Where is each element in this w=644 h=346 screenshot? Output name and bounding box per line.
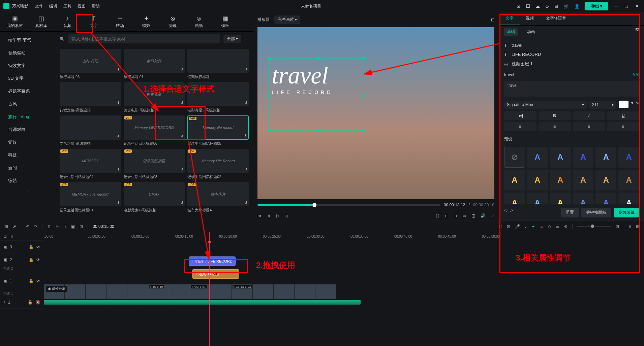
subtab-basic[interactable]: 基础: [504, 28, 518, 36]
track-header[interactable]: ▣3 🔒👁: [0, 241, 44, 253]
eye-icon[interactable]: 👁: [36, 257, 40, 262]
properties-tab[interactable]: 文字: [499, 12, 520, 25]
timeline-canvas[interactable]: :00:0000:00:05:0000:00:10:0000:00:15:000…: [44, 232, 644, 346]
apps-icon[interactable]: ⊞: [554, 4, 558, 9]
zoom-fit-icon[interactable]: ⊡: [616, 224, 619, 229]
timeline-audio-clip[interactable]: ♪ 港风 04 VIP: [192, 269, 239, 279]
asset-item[interactable]: VIP城市大片⬇城市大片标题4: [187, 182, 249, 213]
category-item[interactable]: 科技: [0, 149, 56, 162]
undo-icon[interactable]: ↶: [26, 224, 29, 229]
category-item[interactable]: 音频驱动: [0, 46, 56, 59]
asset-item[interactable]: VIPMemory life record⬇记录生活回忆标题05: [187, 115, 249, 146]
menu-edit[interactable]: 编辑: [49, 3, 57, 9]
step-back-icon[interactable]: ⏴: [267, 213, 271, 218]
text-preset[interactable]: ⊘: [504, 147, 525, 168]
layer-item[interactable]: ◎视频图层 1: [504, 59, 639, 69]
category-item[interactable]: 标题字幕条: [0, 85, 56, 98]
next-icon[interactable]: ▷: [510, 208, 513, 217]
asset-item[interactable]: VIPUMAX⬇电影元素7-高级旅拍: [124, 182, 185, 213]
bold-button[interactable]: B: [539, 111, 571, 120]
collapse-icon[interactable]: ‹: [0, 187, 56, 195]
mark-out-icon[interactable]: ⊐: [454, 213, 457, 218]
crop-icon[interactable]: ▣: [71, 224, 75, 229]
close-button[interactable]: ✕: [635, 4, 641, 8]
mic-icon[interactable]: 🎤: [515, 224, 520, 229]
download-icon[interactable]: ⬇: [117, 134, 120, 138]
tl-tool-icon[interactable]: ✦: [531, 224, 535, 229]
track-header[interactable]: ♪1 🔒🔇: [0, 296, 44, 309]
stop-icon[interactable]: ◻: [285, 213, 288, 218]
download-icon[interactable]: ⬇: [180, 101, 183, 105]
category-item[interactable]: 台词对白: [0, 123, 56, 136]
text-preset[interactable]: A: [595, 170, 616, 191]
text-input[interactable]: travel: [504, 81, 639, 97]
save-icon[interactable]: 🖫: [526, 4, 530, 9]
prev-frame-icon[interactable]: ⏮: [257, 213, 262, 218]
text-preset[interactable]: A: [504, 170, 525, 191]
save-preset-icon[interactable]: 🖫: [635, 28, 639, 36]
lock-icon[interactable]: 🔒: [29, 245, 34, 249]
timeline-text-clip[interactable]: T travel / LIFE RECORD: [189, 256, 236, 266]
audio-waveform[interactable]: [44, 300, 361, 305]
tl-tool-icon[interactable]: ⊕: [564, 224, 568, 229]
top-tab-素材库[interactable]: ◫素材库: [33, 14, 49, 29]
category-item[interactable]: 3D 文字: [0, 72, 56, 85]
category-item[interactable]: 旅行 · Vlog: [0, 110, 56, 123]
category-item[interactable]: 综艺: [0, 174, 56, 187]
asset-item[interactable]: 春日旅行⬇旅行标题 01: [124, 49, 185, 79]
asset-item[interactable]: 復古電影⬇复古电影·高级旅拍: [124, 82, 185, 113]
color-swatch[interactable]: [619, 101, 628, 108]
redo-icon[interactable]: ↷: [34, 224, 37, 229]
tl-tool-icon[interactable]: ⊡: [507, 224, 510, 229]
tl-cursor-icon[interactable]: ⬈: [13, 224, 16, 229]
text-preset[interactable]: A: [573, 170, 594, 191]
mute-icon[interactable]: 🔇: [35, 300, 40, 305]
tl-settings-icon[interactable]: ⊞: [636, 224, 639, 229]
prev-icon[interactable]: ◁: [504, 208, 507, 217]
asset-item[interactable]: VIPMEMORY Life Record⬇记录生活回忆标题01: [60, 182, 121, 213]
layer-item[interactable]: TLIFE RECORD: [504, 50, 639, 59]
search-input[interactable]: [68, 34, 220, 43]
advanced-edit-button[interactable]: 高级编辑: [614, 208, 639, 217]
text-preset[interactable]: A: [618, 170, 639, 191]
player-scrubber[interactable]: [257, 204, 440, 206]
timeline-thumbnail[interactable]: ▸ VG-3-07: [190, 284, 211, 299]
category-item[interactable]: 党政: [0, 136, 56, 149]
ai-icon[interactable]: ✎AI: [632, 72, 639, 77]
playhead[interactable]: ▼: [209, 232, 210, 346]
category-item[interactable]: 特效文字: [0, 59, 56, 72]
eye-icon[interactable]: 👁: [36, 245, 40, 249]
text-preset[interactable]: A: [527, 193, 548, 204]
keyframe-panel-button[interactable]: 关键帧面板: [581, 208, 611, 217]
top-tab-转场[interactable]: ↔转场: [112, 14, 128, 29]
asset-item[interactable]: 山林·日记⬇旅行标题 06: [60, 49, 121, 79]
text-preset[interactable]: A: [527, 147, 548, 168]
overlay-main-text[interactable]: travel: [272, 62, 333, 90]
align-center-button[interactable]: ≡: [539, 122, 571, 131]
download-icon[interactable]: ⬇: [117, 201, 120, 205]
tl-tool-icon[interactable]: ☰: [556, 224, 559, 229]
timeline-thumbnail[interactable]: [106, 284, 127, 299]
timeline-thumbnail[interactable]: [315, 284, 336, 299]
timeline-thumbnail[interactable]: ▸ 16-5-19: [148, 284, 169, 299]
quality-select[interactable]: 完整画质 ▾: [274, 15, 300, 24]
menu-view[interactable]: 视图: [78, 3, 86, 9]
align-left-button[interactable]: ≡: [504, 122, 536, 131]
download-icon[interactable]: ⬇: [180, 167, 183, 172]
tl-tool-icon[interactable]: ⬡: [499, 224, 502, 229]
zoom-slider[interactable]: [577, 226, 611, 227]
download-icon[interactable]: ⬇: [117, 101, 120, 105]
download-icon[interactable]: ⬇: [244, 167, 247, 172]
top-tab-模板[interactable]: ▦模板: [217, 14, 233, 29]
maximize-button[interactable]: ▢: [624, 4, 630, 8]
download-icon[interactable]: ⬇: [180, 67, 183, 72]
lock-icon[interactable]: 🔒: [28, 300, 33, 305]
font-size-select[interactable]: 211▾: [589, 101, 616, 109]
download-icon[interactable]: ⬇: [244, 133, 247, 138]
download-icon[interactable]: ⬇: [244, 201, 247, 205]
asset-item[interactable]: ⬇电影海报2-高级旅拍: [187, 82, 249, 113]
text-preset[interactable]: A: [618, 193, 639, 204]
user-icon[interactable]: 👤: [574, 4, 580, 9]
subtab-animation[interactable]: 动画: [524, 28, 538, 36]
timeline-thumbnail[interactable]: ▸ 15-33-1-23: [232, 284, 253, 299]
